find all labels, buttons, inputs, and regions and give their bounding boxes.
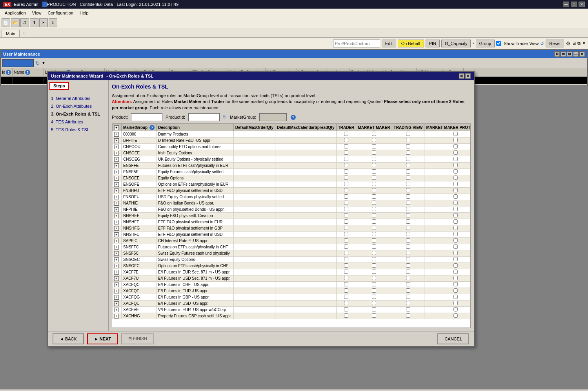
- row-expand-btn[interactable]: +: [114, 226, 119, 231]
- cell-trading-view[interactable]: [392, 257, 424, 263]
- market-maker-protection-checkbox[interactable]: [453, 157, 458, 161]
- market-maker-protection-checkbox[interactable]: [453, 301, 458, 305]
- row-expand-btn[interactable]: +: [114, 276, 119, 281]
- market-maker-checkbox[interactable]: [372, 282, 376, 286]
- cell-trading-view[interactable]: [392, 313, 424, 319]
- market-maker-protection-checkbox[interactable]: [453, 251, 458, 255]
- cell-trader[interactable]: [336, 238, 356, 244]
- market-maker-checkbox[interactable]: [372, 295, 376, 299]
- panel-close-btn[interactable]: ✕: [579, 51, 585, 57]
- market-maker-checkbox[interactable]: [372, 301, 376, 305]
- panel-maximize-btn[interactable]: ⊞: [567, 51, 572, 57]
- market-maker-checkbox[interactable]: [372, 138, 376, 142]
- cell-trading-view[interactable]: [392, 213, 424, 219]
- cell-expand[interactable]: +: [113, 307, 122, 313]
- cell-market-maker[interactable]: [356, 213, 392, 219]
- cell-trading-view[interactable]: [392, 275, 424, 282]
- cell-market-maker[interactable]: [356, 225, 392, 232]
- cell-market-maker[interactable]: [356, 269, 392, 275]
- cell-expand[interactable]: +: [113, 200, 122, 206]
- cell-trading-view[interactable]: [392, 225, 424, 232]
- market-maker-checkbox[interactable]: [372, 313, 376, 318]
- market-maker-protection-checkbox[interactable]: [453, 232, 458, 236]
- cell-market-maker[interactable]: [356, 282, 392, 288]
- cell-expand[interactable]: +: [113, 181, 122, 188]
- trading-view-checkbox[interactable]: [406, 251, 410, 255]
- table-row[interactable]: + XACF7E E/I Futures in EUR Sec. 871 m -…: [113, 269, 471, 275]
- trader-checkbox[interactable]: [344, 150, 348, 155]
- trader-checkbox[interactable]: [344, 157, 348, 161]
- market-maker-checkbox[interactable]: [372, 201, 376, 205]
- cell-market-maker-protection[interactable]: [424, 307, 471, 313]
- trading-view-checkbox[interactable]: [406, 213, 410, 217]
- trading-view-checkbox[interactable]: [406, 295, 410, 299]
- cell-market-maker-protection[interactable]: [424, 156, 471, 163]
- trader-checkbox[interactable]: [344, 251, 348, 255]
- cell-trading-view[interactable]: [392, 282, 424, 288]
- cell-trading-view[interactable]: [392, 144, 424, 150]
- cell-trading-view[interactable]: [392, 219, 424, 225]
- cell-expand[interactable]: +: [113, 188, 122, 194]
- cell-trader[interactable]: [336, 288, 356, 294]
- cell-market-maker[interactable]: [356, 150, 392, 156]
- cell-market-maker-protection[interactable]: [424, 181, 471, 188]
- product-input[interactable]: [131, 113, 162, 121]
- cell-trader[interactable]: [336, 257, 356, 263]
- cell-expand[interactable]: +: [113, 150, 122, 156]
- cell-trader[interactable]: [336, 269, 356, 275]
- cell-expand[interactable]: +: [113, 263, 122, 269]
- cell-trading-view[interactable]: [392, 269, 424, 275]
- trader-checkbox[interactable]: [344, 244, 348, 249]
- cell-expand[interactable]: +: [113, 131, 122, 138]
- market-maker-checkbox[interactable]: [372, 270, 376, 274]
- cell-trader[interactable]: [336, 232, 356, 238]
- table-row[interactable]: + ENSOFE Options on ETFs cash/physically…: [113, 181, 471, 188]
- cell-expand[interactable]: +: [113, 244, 122, 250]
- table-row[interactable]: + SNSFFC Futures on ETFs cash/physically…: [113, 244, 471, 250]
- market-maker-checkbox[interactable]: [372, 232, 376, 236]
- cell-trader[interactable]: [336, 250, 356, 257]
- maximize-icon[interactable]: ⊞: [572, 41, 576, 46]
- market-maker-checkbox[interactable]: [372, 144, 376, 148]
- cell-expand[interactable]: +: [113, 213, 122, 219]
- cell-expand[interactable]: +: [113, 232, 122, 238]
- cell-market-maker[interactable]: [356, 307, 392, 313]
- market-maker-protection-checkbox[interactable]: [453, 313, 458, 318]
- market-maker-checkbox[interactable]: [372, 288, 376, 293]
- market-maker-protection-checkbox[interactable]: [453, 276, 458, 280]
- cell-market-maker[interactable]: [356, 238, 392, 244]
- trading-view-checkbox[interactable]: [406, 144, 410, 148]
- market-maker-protection-checkbox[interactable]: [453, 238, 458, 243]
- marketgroup-input[interactable]: [259, 113, 287, 121]
- cell-market-maker-protection[interactable]: [424, 138, 471, 144]
- table-row[interactable]: + NFPHIE F&O on phys.settled Bonds - US …: [113, 206, 471, 213]
- market-maker-protection-checkbox[interactable]: [453, 132, 458, 136]
- cell-market-maker-protection[interactable]: [424, 225, 471, 232]
- cell-market-maker-protection[interactable]: [424, 188, 471, 194]
- row-expand-btn[interactable]: +: [114, 195, 119, 199]
- step-3[interactable]: 3. On-Exch Roles & TSL: [49, 110, 107, 118]
- cell-market-maker[interactable]: [356, 263, 392, 269]
- table-row[interactable]: + NNSHFG ETF F&O physical settlement in …: [113, 225, 471, 232]
- detach-icon[interactable]: ⧉: [577, 41, 581, 46]
- maximize-btn[interactable]: □: [571, 2, 577, 7]
- cell-market-maker-protection[interactable]: [424, 282, 471, 288]
- trading-view-checkbox[interactable]: [406, 313, 410, 318]
- show-trader-checkbox[interactable]: [496, 41, 501, 46]
- row-expand-btn[interactable]: +: [114, 163, 119, 168]
- cell-trader[interactable]: [336, 275, 356, 282]
- table-row[interactable]: + SNSOFC Options on ETFs cash/physically…: [113, 263, 471, 269]
- cell-expand[interactable]: +: [113, 194, 122, 200]
- table-row[interactable]: + XACFQE E/I Futures in EUR -US appr.: [113, 288, 471, 294]
- market-maker-checkbox[interactable]: [372, 169, 376, 174]
- cell-market-maker-protection[interactable]: [424, 238, 471, 244]
- row-expand-btn[interactable]: +: [114, 170, 119, 174]
- cell-trading-view[interactable]: [392, 156, 424, 163]
- market-maker-checkbox[interactable]: [372, 194, 376, 199]
- row-expand-btn[interactable]: +: [114, 220, 119, 224]
- open-btn[interactable]: 📂: [11, 18, 20, 27]
- table-row[interactable]: + 000000 Dummy Products: [113, 131, 471, 138]
- market-maker-checkbox[interactable]: [372, 150, 376, 155]
- trading-view-checkbox[interactable]: [406, 307, 410, 311]
- cell-market-maker-protection[interactable]: [424, 269, 471, 275]
